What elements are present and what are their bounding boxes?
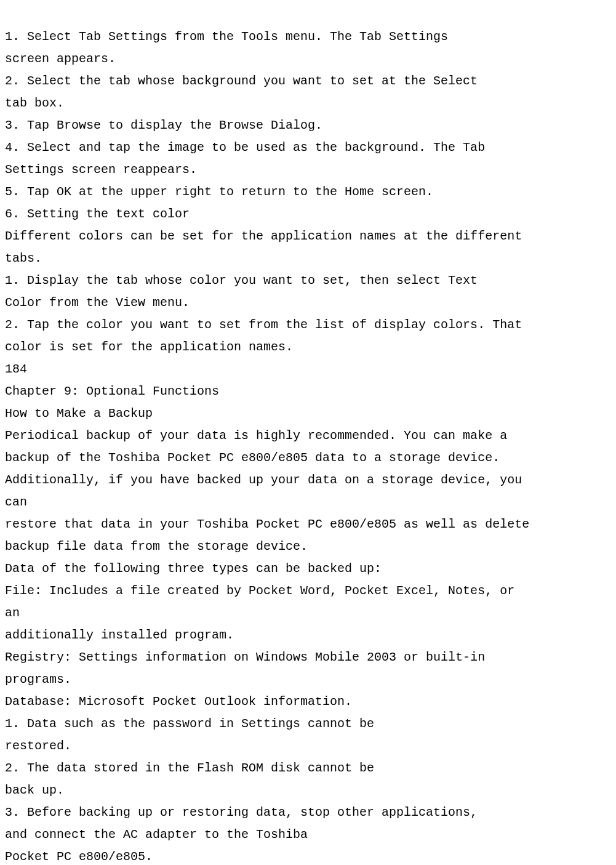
text-line: backup of the Toshiba Pocket PC e800/e80… [5,451,500,465]
text-line: 3. Tap Browse to display the Browse Dial… [5,118,322,132]
text-line: restore that data in your Toshiba Pocket… [5,517,529,531]
text-line: File: Includes a file created by Pocket … [5,584,514,598]
text-line: Registry: Settings information on Window… [5,650,485,664]
text-line: 2. Tap the color you want to set from th… [5,318,522,332]
text-line: 1. Data such as the password in Settings… [5,717,374,731]
text-line: Data of the following three types can be… [5,561,382,576]
text-line: 1. Select Tab Settings from the Tools me… [5,30,448,44]
text-line: an [5,606,20,620]
text-line: 2. The data stored in the Flash ROM disk… [5,761,374,775]
chapter-heading: Chapter 9: Optional Functions [5,384,219,398]
text-line: Database: Microsoft Pocket Outlook infor… [5,694,352,709]
text-line: Settings screen reappears. [5,163,197,177]
text-line: backup file data from the storage device… [5,539,308,553]
text-line: tabs. [5,251,42,265]
page-number: 184 [5,362,27,376]
text-line: 4. Select and tap the image to be used a… [5,140,485,155]
text-line: 2. Select the tab whose background you w… [5,74,478,88]
text-line: 6. Setting the text color [5,207,190,221]
text-line: tab box. [5,96,64,110]
text-line: additionally installed program. [5,628,234,642]
text-line: 1. Display the tab whose color you want … [5,273,478,288]
text-line: restored. [5,739,71,753]
text-line: color is set for the application names. [5,340,293,354]
document-body: 1. Select Tab Settings from the Tools me… [0,0,616,865]
section-heading: How to Make a Backup [5,406,153,420]
text-line: back up. [5,783,64,797]
text-line: can [5,495,27,509]
text-line: and connect the AC adapter to the Toshib… [5,827,308,842]
text-line: Color from the View menu. [5,296,190,310]
text-line: Pocket PC e800/e805. [5,850,153,864]
text-line: programs. [5,672,71,686]
text-line: 3. Before backing up or restoring data, … [5,805,478,819]
text-line: Additionally, if you have backed up your… [5,473,522,487]
text-line: screen appears. [5,52,116,66]
text-line: 5. Tap OK at the upper right to return t… [5,185,433,199]
text-line: Periodical backup of your data is highly… [5,428,507,443]
text-line: Different colors can be set for the appl… [5,229,522,243]
